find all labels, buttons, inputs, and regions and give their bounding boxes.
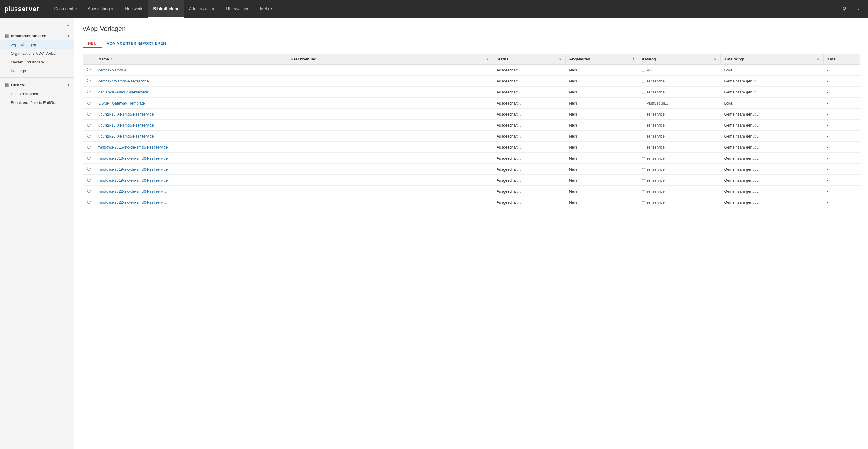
row-name-link[interactable]: windows-2016-std-en-amd64-selfservice [98,156,167,160]
catalog-lib-icon: ▢ [642,156,645,160]
sidebar: « ▤ Inhaltsbibliotheken ▾ vApp-Vorlagen … [0,18,74,449]
row-radio-10[interactable] [87,178,91,182]
catalog-lib-icon: ▢ [642,178,645,182]
sidebar-item-benutzerdefinierte[interactable]: Benutzerdefinierte Entität... [0,98,74,107]
row-katalog: ▢ selfservice [638,175,721,186]
row-name-link[interactable]: centos-7-amd64 [98,68,126,72]
row-extra: - [823,76,860,87]
new-button[interactable]: NEU [83,39,102,48]
row-radio-8[interactable] [87,156,91,159]
row-katalog: ▢ PlusSecuri... [638,98,721,109]
th-beschreibung-label: Beschreibung [290,57,316,61]
row-radio-12[interactable] [87,200,91,204]
row-katalog: ▢ selfservice [638,186,721,197]
row-katalogtyp: Gemeinsam genut... [720,120,823,131]
filter-status-icon[interactable]: ▼ [558,57,562,61]
sidebar-item-vapp-vorlagen[interactable]: vApp-Vorlagen [0,40,74,49]
row-radio-4[interactable] [87,112,91,116]
sidebar-item-dienstbibliothek[interactable]: Dienstbibliothek [0,90,74,98]
th-status: Status ▼ [493,54,565,65]
sidebar-section-dienste[interactable]: ▤ Dienste ▾ [0,80,74,90]
row-katalog: ▢ selfservice [638,131,721,142]
row-katalogtyp: Lokal [720,98,823,109]
row-name-link[interactable]: windows-2022-std-en-amd64-selfservi... [98,200,167,205]
row-status: Ausgeschalt... [493,65,565,76]
catalog-lib-icon: ▢ [642,200,645,205]
row-katalogtyp: Gemeinsam genut... [720,142,823,153]
row-name-link[interactable]: ubuntu-16.04-amd64-selfservice [98,112,154,116]
search-icon[interactable]: ⚲ [839,4,849,14]
table-row: GSMP_Gateway_TemplateAusgeschalt...Nein▢… [83,98,860,109]
row-katalog: ▢ selfservice [638,142,721,153]
row-name-link[interactable]: centos-7.x-amd64-selfservice [98,79,149,83]
filter-abgelaufen-icon[interactable]: ℹ [633,57,634,61]
filter-beschreibung-icon[interactable]: ▼ [486,57,489,61]
row-abgelaufen: Nein [565,87,638,98]
row-radio-3[interactable] [87,101,91,104]
catalog-lib-icon: ▢ [642,189,645,193]
sort-desc-icon[interactable]: ↓ [114,57,116,61]
row-radio-11[interactable] [87,189,91,192]
row-beschreibung [287,76,493,87]
row-abgelaufen: Nein [565,164,638,175]
nav-anwendungen[interactable]: Anwendungen [83,0,120,18]
sidebar-item-medien[interactable]: Medien und andere [0,58,74,66]
row-katalogtyp: Gemeinsam genut... [720,109,823,120]
row-radio-6[interactable] [87,134,91,138]
th-name: Name ↑ ↓ [95,54,287,65]
row-katalogtyp: Gemeinsam genut... [720,164,823,175]
th-katalog: Katalog ▼ [638,54,721,65]
row-name-link[interactable]: windows-2019-std-en-amd64-selfservice [98,178,167,182]
catalog-lib-icon: ▢ [642,123,645,127]
filter-katalogtyp-icon[interactable]: ▼ [816,57,820,61]
row-name-link[interactable]: windows-2016-std-de-amd64-selfservice [98,145,167,149]
sidebar-item-organisations-vdc[interactable]: Organisations-VDC-Vorla... [0,49,74,58]
row-name-link[interactable]: debian-10-amd64-selfservice [98,90,148,94]
row-radio-1[interactable] [87,79,91,83]
nav-administration[interactable]: Administration [184,0,221,18]
row-radio-2[interactable] [87,90,91,93]
row-katalog: ▢ selfservice [638,197,721,208]
table-row: ubuntu-20.04-amd64-selfserviceAusgeschal… [83,131,860,142]
catalog-lib-icon: ▢ [642,90,645,94]
row-status: Ausgeschalt... [493,87,565,98]
row-beschreibung [287,109,493,120]
row-radio-0[interactable] [87,68,91,71]
nav-uberwachen[interactable]: Überwachen [221,0,255,18]
filter-katalog-icon[interactable]: ▼ [714,57,717,61]
row-name-link[interactable]: windows-2022-std-de-amd64-selfservi... [98,189,167,193]
import-button[interactable]: VON VCENTER IMPORTIEREN [107,41,166,46]
page-title: vApp-Vorlagen [83,25,860,33]
row-radio-7[interactable] [87,145,91,149]
row-abgelaufen: Nein [565,197,638,208]
sidebar-section-inhaltsbibliotheken[interactable]: ▤ Inhaltsbibliotheken ▾ [0,31,74,40]
row-abgelaufen: Nein [565,153,638,164]
nav-datencenter[interactable]: Datencenter [49,0,82,18]
sidebar-collapse-button[interactable]: « [0,20,74,31]
table-row: windows-2016-std-en-amd64-selfserviceAus… [83,153,860,164]
row-katalogtyp: Gemeinsam genut... [720,131,823,142]
catalog-lib-icon: ▢ [642,79,645,83]
row-status: Ausgeschalt... [493,131,565,142]
sidebar-item-kataloge[interactable]: Kataloge [0,66,74,75]
more-options-icon[interactable]: ⋮ [854,4,863,14]
row-katalogtyp: Gemeinsam genut... [720,175,823,186]
row-name-link[interactable]: ubuntu-18.04-amd64-selfservice [98,123,154,127]
catalog-lib-icon: ▢ [642,167,645,172]
row-radio-5[interactable] [87,123,91,126]
nav-netzwerk[interactable]: Netzwerk [120,0,148,18]
nav-bibliotheken[interactable]: Bibliotheken [148,0,184,18]
row-beschreibung [287,164,493,175]
sort-asc-icon[interactable]: ↑ [111,57,112,61]
row-katalog: ▢ selfservice [638,87,721,98]
row-abgelaufen: Nein [565,65,638,76]
row-status: Ausgeschalt... [493,153,565,164]
row-name-link[interactable]: ubuntu-20.04-amd64-selfservice [98,134,154,139]
row-extra: - [823,98,860,109]
row-radio-9[interactable] [87,167,91,171]
th-abgelaufen: Abgelaufen ℹ [565,54,638,65]
row-name-link[interactable]: GSMP_Gateway_Template [98,101,145,106]
row-name-link[interactable]: windows-2019-std-de-amd64-selfservice [98,167,167,172]
nav-mehr[interactable]: Mehr ▾ [255,0,278,18]
row-katalogtyp: Gemeinsam genut... [720,153,823,164]
